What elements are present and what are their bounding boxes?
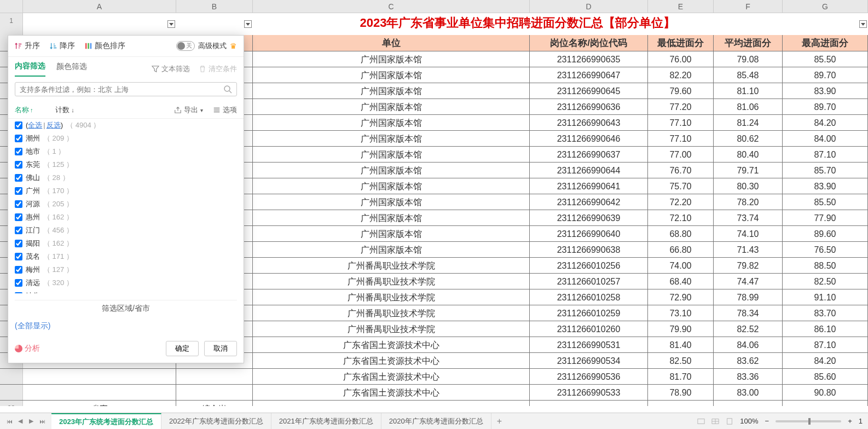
- cell-min[interactable]: 68.40: [648, 274, 714, 289]
- cell-max[interactable]: 83.90: [783, 178, 868, 194]
- cell-max[interactable]: 89.60: [783, 226, 868, 241]
- export-button[interactable]: 导出 ▾: [174, 105, 203, 115]
- filter-item-checkbox[interactable]: [15, 213, 22, 221]
- cell-unit[interactable]: 广州国家版本馆: [253, 115, 530, 130]
- cell-min[interactable]: 74.00: [648, 258, 714, 273]
- ok-button[interactable]: 确定: [166, 341, 199, 356]
- cell-min[interactable]: 77.10: [648, 115, 714, 130]
- cell-max[interactable]: 84.00: [783, 131, 868, 146]
- filter-item-checkbox[interactable]: [15, 161, 22, 169]
- cell-avg[interactable]: 81.10: [714, 83, 783, 98]
- cell-code[interactable]: 2311266010256: [530, 258, 648, 273]
- col-header-f[interactable]: F: [714, 0, 783, 13]
- header-max[interactable]: 最高进面分: [783, 35, 868, 51]
- cell-max[interactable]: 84.20: [783, 353, 868, 368]
- cell-min[interactable]: 75.70: [648, 178, 714, 194]
- cell-unit[interactable]: 广州国家版本馆: [253, 194, 530, 210]
- cell-avg[interactable]: 79.71: [714, 163, 783, 178]
- cell-unit[interactable]: 广州国家版本馆: [253, 163, 530, 178]
- sheet-next-button[interactable]: ▶: [26, 416, 36, 426]
- cell-avg[interactable]: 83.36: [714, 369, 783, 384]
- cell-unit[interactable]: 广州国家版本馆: [253, 178, 530, 194]
- filter-item[interactable]: 清远（ 320 ）: [15, 276, 237, 289]
- cell-unit[interactable]: 广州国家版本馆: [253, 83, 530, 98]
- row-header[interactable]: [0, 369, 23, 384]
- cell-unit[interactable]: 广州国家版本馆: [253, 147, 530, 162]
- cell-avg[interactable]: 78.20: [714, 194, 783, 210]
- sort-desc-button[interactable]: 降序: [50, 41, 75, 51]
- cell-code[interactable]: 2311266990641: [530, 178, 648, 194]
- advanced-mode-toggle[interactable]: 高级模式 ♛: [176, 41, 237, 51]
- cell-code[interactable]: 2311266990643: [530, 115, 648, 130]
- cell-min[interactable]: 81.40: [648, 337, 714, 352]
- cell-max[interactable]: 89.70: [783, 99, 868, 114]
- cell-avg[interactable]: 80.62: [714, 131, 783, 146]
- sheet-first-button[interactable]: ⏮: [4, 416, 14, 426]
- select-all-row[interactable]: (全选|反选) （ 4904 ）: [15, 119, 237, 132]
- cell[interactable]: [23, 385, 176, 400]
- filter-item-checkbox[interactable]: [15, 279, 22, 287]
- filter-item[interactable]: 东莞（ 125 ）: [15, 158, 237, 171]
- cell-code[interactable]: 2311266990642: [530, 194, 648, 210]
- cell-min[interactable]: 77.20: [648, 99, 714, 114]
- options-button[interactable]: 选项: [213, 105, 237, 115]
- cell-avg[interactable]: 81.06: [714, 99, 783, 114]
- cell-max[interactable]: 84.20: [783, 115, 868, 130]
- filter-item-checkbox[interactable]: [15, 174, 22, 182]
- cell-max[interactable]: 85.50: [783, 194, 868, 210]
- cell-avg[interactable]: 73.74: [714, 210, 783, 225]
- cell-code[interactable]: 2311266990638: [530, 242, 648, 257]
- cell-max[interactable]: 87.10: [783, 337, 868, 352]
- filter-item[interactable]: 潮州（ 209 ）: [15, 132, 237, 145]
- tab-color-filter[interactable]: 颜色筛选: [56, 62, 87, 76]
- filter-item-checkbox[interactable]: [15, 227, 22, 234]
- cell-max[interactable]: 83.90: [783, 83, 868, 98]
- cell-min[interactable]: 72.20: [648, 194, 714, 210]
- cell-unit[interactable]: 广州国家版本馆: [253, 99, 530, 114]
- cell-unit[interactable]: 广州国家版本馆: [253, 242, 530, 257]
- cell-code[interactable]: 2311266990531: [530, 337, 648, 352]
- cell-unit[interactable]: 广州番禺职业技术学院: [253, 321, 530, 337]
- filter-value-list[interactable]: (全选|反选) （ 4904 ） 潮州（ 209 ）地市（ 1 ）东莞（ 125…: [8, 118, 244, 293]
- cell-max[interactable]: 82.50: [783, 274, 868, 289]
- cell-unit[interactable]: 广州国家版本馆: [253, 210, 530, 225]
- cell-code[interactable]: 2311266990640: [530, 226, 648, 241]
- filter-item-checkbox[interactable]: [15, 253, 22, 260]
- cell-unit[interactable]: 广东省国土资源技术中心: [253, 337, 530, 352]
- cell-min[interactable]: 73.10: [648, 305, 714, 321]
- title-cell[interactable]: 2023年广东省事业单位集中招聘进面分数汇总【部分单位】: [253, 13, 783, 35]
- color-sort-button[interactable]: 颜色排序: [85, 41, 125, 51]
- filter-item[interactable]: 揭阳（ 162 ）: [15, 237, 237, 250]
- cell-avg[interactable]: 80.30: [714, 178, 783, 194]
- invert-link[interactable]: 反选: [47, 121, 61, 129]
- select-all-checkbox[interactable]: [15, 121, 22, 129]
- cell-unit[interactable]: 广州番禺职业技术学院: [253, 305, 530, 321]
- cell-code[interactable]: 2311266010257: [530, 274, 648, 289]
- cell-avg[interactable]: 81.24: [714, 115, 783, 130]
- filter-item[interactable]: 佛山（ 28 ）: [15, 171, 237, 184]
- cell-code[interactable]: 2311266990645: [530, 83, 648, 98]
- zoom-percent[interactable]: 100%: [740, 417, 758, 425]
- zoom-in-button[interactable]: +: [848, 417, 852, 425]
- cell-max[interactable]: 85.70: [783, 163, 868, 178]
- select-all-corner[interactable]: [0, 0, 23, 13]
- col-header-g[interactable]: G: [783, 0, 868, 13]
- filter-item[interactable]: 地市（ 1 ）: [15, 145, 237, 158]
- filter-item[interactable]: 河源（ 205 ）: [15, 198, 237, 211]
- filter-item-checkbox[interactable]: [15, 266, 22, 274]
- cell-avg[interactable]: 79.82: [714, 258, 783, 273]
- cell-avg[interactable]: 83.62: [714, 353, 783, 368]
- cell-max[interactable]: 76.50: [783, 242, 868, 257]
- filter-dropdown-icon[interactable]: [859, 20, 867, 28]
- cell-min[interactable]: 76.70: [648, 163, 714, 178]
- filter-item[interactable]: 茂名（ 171 ）: [15, 250, 237, 263]
- filter-item-checkbox[interactable]: [15, 240, 22, 247]
- header-position[interactable]: 岗位名称/岗位代码: [530, 35, 648, 51]
- cell-min[interactable]: 82.20: [648, 67, 714, 83]
- cell-max[interactable]: 87.10: [783, 147, 868, 162]
- cell-min[interactable]: 76.00: [648, 51, 714, 67]
- filter-item[interactable]: 江门（ 456 ）: [15, 224, 237, 237]
- cell-max[interactable]: 89.70: [783, 67, 868, 83]
- col-header-e[interactable]: E: [648, 0, 714, 13]
- text-filter-button[interactable]: 文本筛选: [152, 64, 190, 74]
